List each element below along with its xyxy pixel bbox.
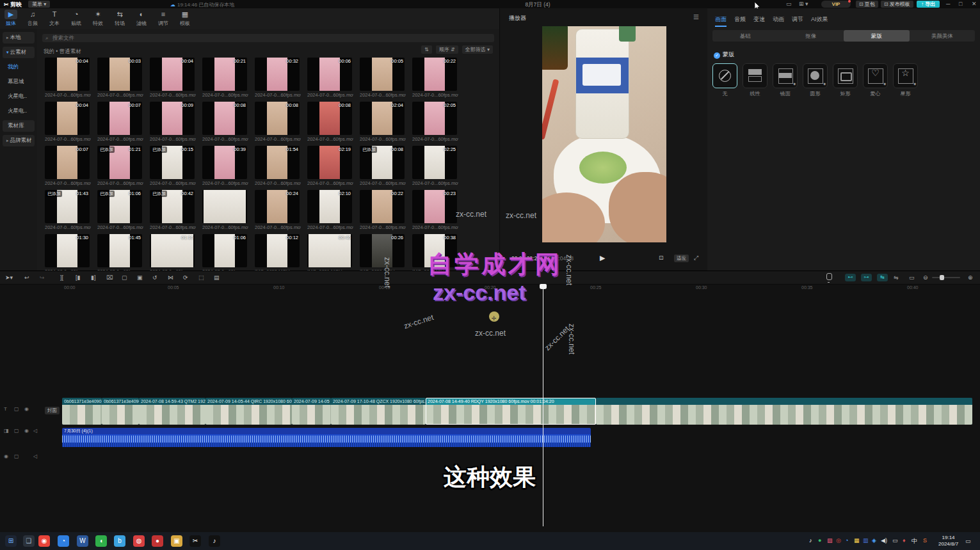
- media-thumbnail[interactable]: 01:16: [150, 234, 195, 267]
- mask-section-header[interactable]: ✓蒙版: [714, 51, 734, 59]
- media-thumbnail[interactable]: 02:10: [307, 190, 352, 223]
- frame-icon[interactable]: ▣: [137, 273, 143, 282]
- media-item[interactable]: 02:10 2024-07-0...60fps.mov: [303, 189, 356, 232]
- media-item[interactable]: 已添加 00:08 2024-07-0...60fps.mov: [356, 145, 408, 188]
- media-item[interactable]: 00:05 2024-07-0...60fps.mov: [356, 56, 408, 100]
- video-clip[interactable]: 2024-07-08 14-59-43 QTM2 192: [139, 398, 205, 425]
- media-item[interactable]: 01:54 2024-07-0...60fps.mov: [251, 145, 303, 188]
- media-item[interactable]: 02:25 2024-07-0...60fps.mov: [408, 145, 461, 188]
- filter-all-button[interactable]: 全部筛选 ▾: [462, 45, 493, 54]
- media-thumbnail[interactable]: 00:22: [360, 190, 405, 223]
- media-thumbnail[interactable]: 00:38: [412, 234, 457, 267]
- media-item[interactable]: 已添加 00:15 2024-07-0...60fps.mov: [146, 145, 198, 188]
- media-item[interactable]: 已添加 01:21 2024-07-0...60fps.mov: [93, 145, 146, 188]
- app-wechat[interactable]: ◖: [95, 535, 107, 547]
- media-item[interactable]: 00:07 2024-07-0...60fps.mov: [41, 145, 93, 188]
- media-thumbnail[interactable]: 已添加 01:06: [97, 190, 142, 223]
- tab-speed[interactable]: 变速: [753, 15, 765, 26]
- media-item[interactable]: 00:04 2024-07-0...60fps.mov: [41, 56, 93, 100]
- tray-yellow-icon[interactable]: ▦: [854, 537, 860, 544]
- menu-button[interactable]: 菜单 ▾: [28, 1, 50, 8]
- media-item[interactable]: 00:08 2024-07-0...60fps.mov: [198, 100, 251, 144]
- adjust-image-icon[interactable]: ▤: [214, 273, 220, 282]
- media-thumbnail[interactable]: 已添加 00:42: [150, 190, 195, 223]
- media-thumbnail[interactable]: 00:21: [202, 58, 247, 91]
- tab-text[interactable]: T 文本: [44, 10, 65, 27]
- subtab-basic[interactable]: 基础: [712, 30, 778, 42]
- tab-template[interactable]: ▦ 模板: [174, 10, 196, 27]
- mask-none[interactable]: ✶ 无: [712, 63, 737, 97]
- media-thumbnail[interactable]: 00:23: [412, 190, 457, 223]
- media-item[interactable]: 2024-07-0...60fps.mov: [198, 189, 251, 232]
- audio-clip-label[interactable]: 7月30日 (4)(1): [62, 428, 591, 434]
- subtab-beauty[interactable]: 美颜美体: [910, 30, 976, 42]
- media-thumbnail[interactable]: 已添加 01:43: [45, 190, 90, 223]
- fit-ratio-button[interactable]: 适应: [674, 255, 689, 262]
- mirror-icon[interactable]: ⋈: [168, 273, 173, 282]
- media-item[interactable]: 00:06 2024-07-0...60fps.mov: [303, 56, 356, 100]
- tray-mic-icon[interactable]: ♦: [903, 537, 906, 544]
- cover-button[interactable]: 封面: [45, 407, 60, 414]
- tray-green-icon[interactable]: ●: [818, 537, 821, 544]
- media-thumbnail[interactable]: 00:09: [150, 102, 195, 135]
- mask-heart[interactable]: ✶ 爱心: [863, 63, 888, 97]
- tab-animation[interactable]: 动画: [773, 15, 784, 26]
- split-icon[interactable]: ][: [60, 273, 63, 282]
- tab-media[interactable]: ▶ 媒体: [0, 10, 22, 27]
- tray-record-icon[interactable]: ◎: [836, 537, 841, 544]
- mask-tile[interactable]: ✶: [743, 63, 767, 88]
- mask-rect[interactable]: ✶ 矩形: [833, 63, 858, 97]
- media-thumbnail[interactable]: 00:06: [307, 58, 352, 91]
- mask-tile[interactable]: ✶: [773, 63, 798, 88]
- mask-tile[interactable]: ✶: [863, 63, 888, 88]
- tray-square-icon[interactable]: ▥: [863, 537, 869, 544]
- media-item[interactable]: 00:39 2024-07-0...60fps.mov: [198, 145, 251, 188]
- media-thumbnail[interactable]: 已添加 00:08: [360, 146, 405, 179]
- media-item[interactable]: 00:08 2024-07-0...60fps.mov: [251, 100, 303, 144]
- search-input[interactable]: ⌕搜索文件: [42, 34, 494, 42]
- audio-track-mute-icon[interactable]: ◁: [33, 453, 37, 459]
- preview-quality-icon[interactable]: ⊡: [659, 255, 664, 261]
- media-item[interactable]: 02:19 2024-07-0...60fps.mov: [303, 145, 356, 188]
- media-item[interactable]: 00:46 IMG_0851.MOV: [303, 233, 356, 276]
- tab-ai-effects[interactable]: AI效果: [811, 15, 828, 26]
- timeline-zoom-slider[interactable]: [932, 277, 960, 278]
- mask-star[interactable]: ✶ 星形: [893, 63, 918, 97]
- mask-mirror[interactable]: ✶ 镜面: [773, 63, 798, 97]
- video-track-icon[interactable]: ◨: [4, 428, 9, 434]
- zoom-slider-knob[interactable]: [940, 275, 944, 280]
- video-track-visibility-icon[interactable]: ◉: [24, 428, 29, 434]
- media-item[interactable]: 01:45 2024-07-0...60fps.mov: [93, 233, 146, 276]
- tray-pink-icon[interactable]: ▨: [827, 537, 833, 544]
- audio-track-lock-icon[interactable]: ▢: [14, 453, 19, 459]
- media-thumbnail[interactable]: 02:05: [412, 102, 457, 135]
- media-item[interactable]: 已添加 01:43 2024-07-0...60fps.mov: [41, 189, 93, 232]
- close-button[interactable]: ✕: [972, 0, 977, 8]
- trim-right-icon[interactable]: ▮]: [91, 273, 95, 282]
- mask-tile[interactable]: ✶: [803, 63, 828, 88]
- media-item[interactable]: 00:32 2024-07-0...60fps.mov: [251, 56, 303, 100]
- task-view-button[interactable]: ❑: [23, 535, 35, 547]
- media-thumbnail[interactable]: 00:04: [45, 102, 90, 135]
- media-thumbnail[interactable]: 00:05: [360, 58, 405, 91]
- app-netease[interactable]: ◍: [133, 535, 145, 547]
- media-thumbnail[interactable]: 00:08: [307, 102, 352, 135]
- app-chrome[interactable]: ◉: [38, 535, 50, 547]
- media-thumbnail[interactable]: 00:46: [307, 234, 352, 267]
- freeze-frame-icon[interactable]: ▢: [122, 273, 127, 282]
- media-thumbnail[interactable]: 01:06: [202, 234, 247, 267]
- track-height-icon[interactable]: ⇋: [894, 273, 899, 282]
- tray-volume-icon[interactable]: ◀): [881, 537, 887, 544]
- media-thumbnail[interactable]: 00:08: [255, 102, 300, 135]
- media-thumbnail[interactable]: 已添加 00:15: [150, 146, 195, 179]
- media-thumbnail[interactable]: 00:39: [202, 146, 247, 179]
- sidebar-item-mine[interactable]: 我的: [3, 61, 35, 73]
- media-thumbnail[interactable]: 02:19: [307, 146, 352, 179]
- text-track-visibility-icon[interactable]: ◉: [24, 406, 29, 412]
- sidebar-item-brand[interactable]: ▸品牌素材: [3, 135, 35, 146]
- app-bilibili[interactable]: b: [114, 535, 125, 547]
- delete-icon[interactable]: ⌧: [106, 273, 113, 282]
- media-item[interactable]: 00:08 2024-07-0...60fps.mov: [303, 100, 356, 144]
- sort-order-button[interactable]: 顺序 ⇵: [436, 45, 458, 54]
- mask-linear[interactable]: ✶ 线性: [743, 63, 767, 97]
